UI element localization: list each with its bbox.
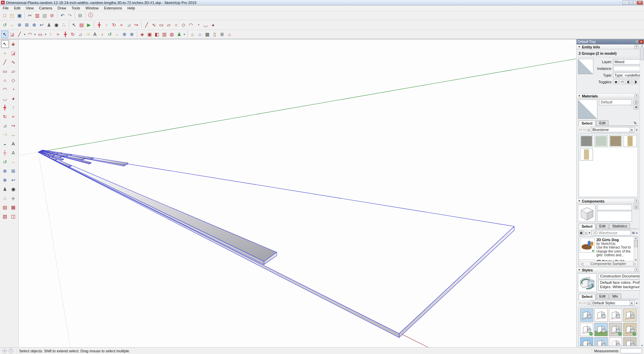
menu-help[interactable]: Help xyxy=(125,6,138,10)
component-list-item[interactable]: ▶ 2D Girls Dog by SketchUp Use the Inter… xyxy=(579,237,638,258)
style-description-field[interactable]: Default face colors. Profile Edges. Whit… xyxy=(598,280,644,291)
orbit-icon[interactable]: ↺ xyxy=(1,158,9,166)
push-pull-icon[interactable]: ↑ xyxy=(9,103,17,112)
style-tile[interactable] xyxy=(623,337,637,346)
dropdown-arrow-icon[interactable]: ▼ xyxy=(44,33,47,36)
maximize-button[interactable]: ▢ xyxy=(630,1,636,5)
eraser-icon[interactable]: ◪ xyxy=(9,49,17,57)
section-plane-icon[interactable]: ◈ xyxy=(9,194,17,202)
entity-info-close-button[interactable]: ✕ xyxy=(634,45,639,49)
component-name-field[interactable] xyxy=(597,205,632,210)
eraser-icon[interactable]: ◪ xyxy=(8,31,16,38)
scale-icon[interactable]: ⊿ xyxy=(125,21,132,29)
forward-arrow-icon[interactable]: ⇨ xyxy=(583,301,586,305)
three-point-arc-icon[interactable]: ◕ xyxy=(9,94,17,102)
geolocation-icon[interactable]: ⟲ xyxy=(2,348,7,353)
details-icon[interactable]: ◗ xyxy=(636,231,638,235)
follow-me-icon[interactable]: ≈ xyxy=(118,21,125,29)
secondary-pane-button[interactable]: ◫ xyxy=(634,205,639,209)
tape-measure-icon[interactable]: ⊣ xyxy=(1,131,9,139)
model-info-icon[interactable]: ⓘ xyxy=(87,12,94,19)
rectangle-tool-icon[interactable]: ▭ xyxy=(37,31,44,38)
component-window-icon[interactable]: ▦ xyxy=(204,31,211,38)
tab-select[interactable]: Select xyxy=(579,121,595,126)
zoom-tool-icon[interactable]: ⊕ xyxy=(121,31,128,38)
styles-close-button[interactable]: ✕ xyxy=(634,268,639,272)
style-tile[interactable] xyxy=(580,308,593,322)
back-arrow-icon[interactable]: ⇦ xyxy=(579,127,582,132)
position-camera-icon[interactable]: ♟ xyxy=(1,185,9,193)
section-fill-icon[interactable]: ▧ xyxy=(1,212,9,220)
tab-select[interactable]: Select xyxy=(579,224,595,229)
two-point-arc-icon[interactable]: ◡ xyxy=(202,21,209,29)
freehand-icon[interactable]: ∿ xyxy=(150,21,158,29)
scrollbar-thumb[interactable] xyxy=(634,240,638,247)
create-material-button[interactable]: ⊞ xyxy=(634,105,639,109)
materials-header[interactable]: ▼ Materials ✕ xyxy=(577,93,640,98)
erase-icon[interactable]: ⊘ xyxy=(48,12,56,19)
pie-icon[interactable]: ◔ xyxy=(9,85,17,93)
component-description-field[interactable] xyxy=(597,211,632,222)
style-tile[interactable]: ↻ xyxy=(623,323,637,336)
back-arrow-icon[interactable]: ⇦ xyxy=(579,301,582,305)
components-header[interactable]: ▼ Components ✕ xyxy=(577,198,640,204)
view-options-button[interactable]: ▦ xyxy=(579,230,584,235)
polygon-icon[interactable]: ◇ xyxy=(9,76,17,84)
components-close-button[interactable]: ✕ xyxy=(634,199,639,203)
dropdown-arrow-icon[interactable]: ▼ xyxy=(183,33,186,36)
make-component-icon[interactable]: ◈ xyxy=(139,31,146,38)
pin-icon[interactable]: ⚲ xyxy=(635,40,639,44)
home-icon[interactable]: ⌂ xyxy=(587,301,590,306)
materials-close-button[interactable]: ✕ xyxy=(634,94,639,98)
copy-icon[interactable]: ▥ xyxy=(34,12,41,19)
push-pull-tool-icon[interactable]: ↑ xyxy=(47,31,54,38)
scale-tool-icon[interactable]: ⊿ xyxy=(76,31,84,38)
share-model-icon[interactable]: ⌂ xyxy=(196,31,204,38)
style-tile[interactable] xyxy=(623,308,637,322)
export-icon[interactable]: ▶ xyxy=(85,21,93,29)
components-list-scrollbar[interactable]: ▲ ▼ xyxy=(634,237,638,261)
chevron-down-icon[interactable]: ▼ xyxy=(588,232,591,234)
zoom-previous-icon[interactable]: ↩ xyxy=(38,21,45,29)
plank-model-group[interactable] xyxy=(38,150,514,338)
push-pull-icon[interactable]: ↑ xyxy=(103,21,110,29)
rotated-rectangle-icon[interactable]: ▱ xyxy=(165,21,172,29)
offset-icon[interactable]: ↪ xyxy=(9,122,17,130)
follow-me-icon[interactable]: ≈ xyxy=(9,113,17,121)
circle-icon[interactable]: ○ xyxy=(1,76,9,84)
axes-icon[interactable]: ┼ xyxy=(1,149,9,157)
make-component-icon[interactable]: ◈ xyxy=(9,40,17,48)
tab-statistics[interactable]: Statistics xyxy=(609,223,630,229)
door-icon[interactable]: ▯ xyxy=(211,31,218,38)
paste-icon[interactable]: ▤ xyxy=(41,12,48,19)
material-swatch[interactable] xyxy=(624,135,637,147)
material-name-field[interactable]: Default xyxy=(599,99,632,105)
text-tool-icon[interactable]: A xyxy=(91,31,99,38)
details-icon[interactable]: ◗ xyxy=(636,301,638,305)
lock-icon[interactable]: ⊓ xyxy=(620,79,625,84)
tray-scrollbar[interactable]: ▲ ▼ xyxy=(640,44,644,347)
style-tile[interactable] xyxy=(580,337,593,346)
rotated-rectangle-icon[interactable]: ▱ xyxy=(9,67,17,75)
measurements-input[interactable] xyxy=(621,348,642,353)
material-swatch[interactable] xyxy=(609,135,622,147)
entity-info-header[interactable]: ▼ Entity Info ✕ xyxy=(577,44,640,49)
protractor-icon[interactable]: ◒ xyxy=(1,140,9,148)
offset-icon[interactable]: ↪ xyxy=(132,21,140,29)
menu-camera[interactable]: Camera xyxy=(36,6,55,10)
look-around-icon[interactable]: ◉ xyxy=(53,21,60,29)
cut-icon[interactable]: ✂ xyxy=(26,12,34,19)
shadows-icon[interactable]: ◧ xyxy=(153,31,161,38)
stairs-icon[interactable]: ≣ xyxy=(218,31,226,38)
move-icon[interactable]: ╋ xyxy=(96,21,103,29)
menu-draw[interactable]: Draw xyxy=(55,6,69,10)
visibility-eye-icon[interactable]: ◉ xyxy=(613,79,619,84)
arc-tool-icon[interactable]: ◠ xyxy=(26,31,34,38)
move-icon[interactable]: ╋ xyxy=(1,103,9,112)
follow-me-tool-icon[interactable]: ≈ xyxy=(54,31,62,38)
page-left-icon[interactable]: ◁ xyxy=(580,262,583,266)
material-swatch[interactable] xyxy=(580,135,593,147)
zoom-window-icon[interactable]: ⊞ xyxy=(23,21,31,29)
line-icon[interactable]: ╱ xyxy=(1,58,9,66)
print-icon[interactable]: ⊟ xyxy=(76,12,84,19)
